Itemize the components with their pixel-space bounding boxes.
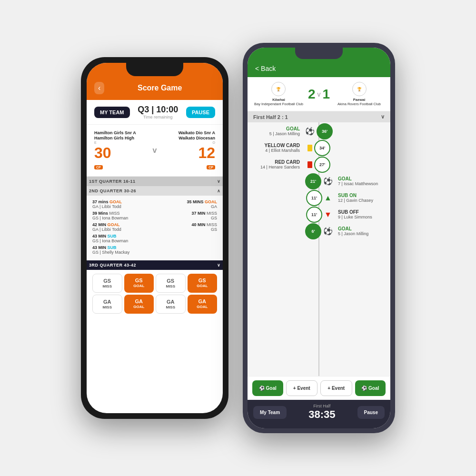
phones-container: ‹ Score Game MY TEAM Q3 | 10:00 Time rem… [62, 24, 414, 452]
home-team-name: Kōwhai Bay Independant Football Club [253, 98, 304, 106]
events-section: 37 mins GOAL GA | Libbi Todd 35 MINS GOA… [87, 196, 223, 260]
event-player: 5 | Jason Milling [253, 131, 300, 136]
event-button-2[interactable]: + Event [320, 380, 352, 396]
timeline: GOAL 5 | Jason Milling ⚽ 36' YELLOW CARD… [248, 122, 390, 376]
minute-bubble: 34' [314, 140, 330, 156]
tl-event-yellow-34: YELLOW CARD 4 | Elliot Marshalls 34' [253, 143, 385, 153]
event-player: 7 | Issac Matthewson [338, 181, 385, 186]
goal-button-right[interactable]: ⚽ Goal [355, 380, 386, 396]
tl-event-goal-36: GOAL 5 | Jason Milling ⚽ 36' [253, 126, 385, 136]
goal-button-left[interactable]: ⚽ Goal [252, 380, 283, 396]
home-team-block: 🏆 Kōwhai Bay Independant Football Club [253, 82, 304, 106]
p1-timer-bar: MY TEAM Q3 | 10:00 Time remaining PAUSE [87, 100, 223, 125]
red-card-icon [307, 161, 312, 168]
ga-miss-tile-2[interactable]: GA MISS [156, 295, 186, 314]
minute-bubble: 11' [306, 190, 322, 206]
event-row-4: 43 MIN SUB GS | Iona Bowman [92, 234, 217, 243]
event-player: 12 | Gavin Chasey [338, 198, 385, 203]
timer-main: Q3 | 10:00 [138, 105, 178, 115]
quarter1-header[interactable]: 1ST QUARTER 16-11 ∨ [87, 177, 223, 186]
away-team-block: 🏆 Paewai Akina Rovers Football Club [334, 82, 385, 106]
phone1-notch [126, 63, 183, 76]
phone2-screen: < Back 🏆 Kōwhai Bay Independant Football… [248, 48, 390, 428]
tl-event-goal-6: 6' ⚽ GOAL 5 | Jason Milling [253, 226, 385, 236]
my-team-button[interactable]: MY TEAM [94, 107, 130, 118]
sub-off-icon: ▼ [324, 210, 332, 219]
event-type: YELLOW CARD [253, 143, 300, 148]
match-score-nums: 2 v 1 [308, 87, 330, 102]
ball-icon: ⚽ [323, 177, 333, 186]
p2-match-info: 🏆 Kōwhai Bay Independant Football Club 2… [248, 77, 390, 111]
gs-goal-tile-2[interactable]: GS GOAL [188, 274, 218, 293]
phone1: ‹ Score Game MY TEAM Q3 | 10:00 Time rem… [81, 57, 228, 419]
event-row-3: 42 MIN GOAL GA | Libbi Todd 40 MIN MISS … [92, 222, 217, 232]
p2-pause-button[interactable]: Pause [357, 406, 385, 419]
p2-timer-time: 38:35 [308, 408, 335, 421]
p1-pause-button[interactable]: PAUSE [186, 107, 215, 118]
p1-title: Score Game [104, 84, 215, 92]
minute-bubble: 11' [306, 207, 322, 223]
event-type: SUB ON [338, 193, 385, 198]
ball-icon: ⚽ [323, 227, 333, 236]
gs-goal-tile-1[interactable]: GS GOAL [124, 274, 154, 293]
gs-miss-tile-1[interactable]: GS MISS [92, 274, 122, 293]
home-cp-badge: CP [94, 165, 103, 169]
yellow-card-icon [307, 145, 312, 151]
away-team-block: Waikato Dio Snr AWaikato Diocesan O 12 C… [160, 130, 215, 170]
minute-bubble: 36' [317, 123, 333, 139]
away-team-logo: 🏆 [352, 82, 367, 96]
phone2: < Back 🏆 Kōwhai Bay Independant Football… [243, 43, 395, 433]
event-player: 4 | Elliot Marshalls [253, 148, 300, 153]
tl-event-goal-21: 21' ⚽ GOAL 7 | Issac Matthewson [253, 176, 385, 186]
ball-icon: ⚽ [305, 127, 315, 136]
event-player: 5 | Jason Milling [338, 231, 385, 236]
p2-bottom-bar: My Team First Half 38:35 Pause [248, 400, 390, 428]
match-score-block: 2 v 1 [304, 87, 334, 102]
ga-miss-tile-1[interactable]: GA MISS [92, 295, 122, 314]
p2-back-button[interactable]: < Back [255, 65, 276, 72]
tl-event-subon-11: 11' ▲ SUB ON 12 | Gavin Chasey [253, 193, 385, 203]
home-score: 2 [308, 87, 316, 102]
away-score: 1 [323, 87, 330, 102]
vs-text: v [317, 90, 321, 98]
scoring-grid: GS MISS GS GOAL GS MISS GS GOAL GA MIS [87, 270, 223, 317]
event-button-1[interactable]: + Event [286, 380, 318, 396]
event-player: 14 | Henare Sanders [253, 165, 300, 169]
ga-goal-tile-2[interactable]: GA GOAL [188, 295, 218, 314]
timer-sub: Time remaining [138, 115, 178, 119]
home-team-block: Hamilton Girls Snr AHamilton Girls High … [94, 130, 149, 170]
away-team-name: Paewai Akina Rovers Football Club [334, 98, 385, 106]
minute-bubble: 6' [305, 223, 321, 239]
home-team-logo: 🏆 [271, 82, 286, 96]
event-type: SUB OFF [338, 209, 385, 215]
tl-event-red-27: RED CARD 14 | Henare Sanders 27' [253, 159, 385, 169]
phone1-screen: ‹ Score Game MY TEAM Q3 | 10:00 Time rem… [87, 63, 223, 413]
away-team-name: Waikato Dio Snr AWaikato Diocesan [160, 130, 215, 141]
minute-bubble: 27' [314, 157, 330, 173]
away-cp-badge: CP [207, 165, 215, 169]
gs-miss-tile-2[interactable]: GS MISS [156, 274, 186, 293]
sub-on-icon: ▲ [324, 194, 332, 202]
timer-display: Q3 | 10:00 Time remaining [138, 105, 178, 119]
p2-action-buttons: ⚽ Goal + Event + Event ⚽ Goal [248, 376, 390, 400]
event-player: 9 | Luke Simmons [338, 215, 385, 219]
event-type: GOAL [338, 226, 385, 231]
vs-separator: v [153, 146, 157, 155]
event-row-2: 39 Mins MISS GS | Iona Bowman 37 MIN MIS… [92, 211, 217, 220]
phone2-notch [295, 48, 343, 59]
p1-back-button[interactable]: ‹ [94, 82, 104, 94]
event-type: GOAL [253, 126, 300, 131]
p2-half-label: First Half [308, 404, 335, 408]
event-type: GOAL [338, 176, 385, 181]
tl-event-suboff-11: 11' ▼ SUB OFF 9 | Luke Simmons [253, 209, 385, 219]
event-type: RED CARD [253, 159, 300, 165]
p2-my-team-button[interactable]: My Team [253, 406, 287, 419]
p1-scoreboard: Hamilton Girls Snr AHamilton Girls High … [87, 125, 223, 177]
minute-bubble: 21' [305, 173, 321, 189]
half-header[interactable]: First Half 2 : 1 ∨ [248, 111, 390, 122]
away-score: 12 [160, 144, 215, 162]
ga-goal-tile-1[interactable]: GA GOAL [124, 295, 154, 314]
quarter2-header[interactable]: 2ND QUARTER 30-26 ∧ [87, 186, 223, 196]
quarter3-header[interactable]: 3RD QUARTER 43-42 ∨ [87, 260, 223, 270]
home-team-name: Hamilton Girls Snr AHamilton Girls High [94, 130, 149, 141]
